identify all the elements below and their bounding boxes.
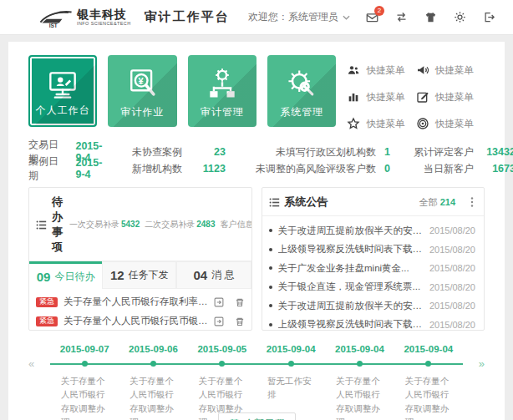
stats-summary: 交易日期2015-9-4 案例日期2015-9-4 未协查案例23 新增机构数1… <box>28 144 485 177</box>
settings-button[interactable] <box>452 10 467 25</box>
timeline-dot-icon <box>288 361 294 367</box>
welcome-text: 欢迎您：系统管理员 <box>248 10 338 24</box>
stat-label: 新增机构数 <box>132 162 184 176</box>
audit-search-icon: ¥ <box>108 65 176 102</box>
mail-badge: 2 <box>374 6 384 16</box>
company-name: 银丰科技 <box>77 8 131 20</box>
stat-label: 当日新客户 <box>412 162 474 176</box>
stat-value: 13432 <box>482 146 513 158</box>
timeline-event[interactable]: 2015-09-04 关于存量个人民币银行存取调整办理。 <box>325 344 394 420</box>
announcements-more-button[interactable] <box>467 197 477 207</box>
stat-value: 1123 <box>192 163 226 175</box>
timeline-dot-icon <box>425 361 431 367</box>
announcement-title[interactable]: 关于改进周五提前放假半天的安排通知... <box>278 225 424 237</box>
timeline-next-button[interactable]: » <box>479 357 485 370</box>
announcement-icon <box>416 63 429 77</box>
stat-group-cases: 未协查案例23 新增机构数1123 <box>132 144 226 177</box>
announcements-title: 系统公告 <box>285 195 328 210</box>
timeline-date: 2015-09-07 <box>50 344 119 358</box>
timeline-event[interactable]: 2015-09-06 关于存量个人民币银行存取调整办理。 <box>119 344 187 420</box>
archive-button[interactable] <box>214 297 224 307</box>
view-all-link[interactable]: 全部 214 <box>419 196 455 209</box>
audit-manage-icon <box>188 65 256 102</box>
trash-icon <box>235 297 245 307</box>
main-panel: 个人工作台 ¥ 审计作业 <box>8 42 505 420</box>
tile-label: 审计管理 <box>201 105 244 119</box>
bullet-icon <box>269 248 272 251</box>
timeline-event[interactable]: 2015-09-04 关于存量个人民币银行存取调整办理。 <box>394 344 463 420</box>
todo-item-title[interactable]: 关于存量个人人民币银行民币银行存取利率调整... <box>63 315 208 327</box>
announcement-title[interactable]: 关于改进周五提前放假半天的安排通知... <box>278 300 424 312</box>
announcement-date: 2015/08/20 <box>429 263 475 273</box>
stat-value: 1 <box>384 146 390 158</box>
todo-item: 紧急 关于存量个人人民币银行民币银行存取利率调整... <box>36 311 245 331</box>
timeline-date: 2015-09-06 <box>119 344 187 358</box>
announcement-title[interactable]: 上级领导视察反洗钱时间表下载链接... <box>278 318 424 331</box>
quick-menu-item-report[interactable]: 快捷菜单 <box>347 90 415 104</box>
gear-icon <box>454 11 466 23</box>
delete-button[interactable] <box>235 297 245 307</box>
tile-audit-work[interactable]: ¥ 审计作业 <box>108 55 176 127</box>
quick-menu-label: 快捷菜单 <box>435 118 474 130</box>
announcement-title[interactable]: 关于广发金业务挂盘mini黄金... <box>278 262 424 275</box>
announcements-header: 系统公告 全部 214 <box>262 188 485 216</box>
announcement-item: 关于广发金业务挂盘mini黄金...2015/08/20 <box>269 259 476 278</box>
page-title: 审计工作平台 <box>145 9 230 25</box>
timeline-prev-button[interactable]: « <box>28 357 34 370</box>
announcement-item: 上级领导视察反洗钱时间表下载链接...2015/08/20 <box>269 240 476 260</box>
delete-button[interactable] <box>235 316 245 326</box>
quick-menu-item-target[interactable]: 快捷菜单 <box>416 117 485 130</box>
stat-label: 案例日期 <box>28 154 67 183</box>
todo-panel: 待办事项 一次交易补录5432 二次交易补录2483 客户信息补录86 09 今… <box>28 187 252 331</box>
quick-menu-item-favorites[interactable]: 快捷菜单 <box>347 117 415 130</box>
user-menu[interactable]: 欢迎您：系统管理员 <box>248 10 350 24</box>
timeline-event[interactable]: 2015-09-04 暂无工作安排 <box>256 344 325 420</box>
timeline-dot-icon <box>219 361 225 367</box>
archive-button[interactable] <box>214 316 224 326</box>
stat-label: 未调整的高风险评级客户数 <box>251 162 376 176</box>
timeline-event[interactable]: 2015-09-07 关于存量个人民币银行存取调整办理。 <box>50 344 119 420</box>
quick-menu-label: 快捷菜单 <box>366 91 404 104</box>
announcement-date: 2015/08/20 <box>429 282 475 292</box>
timeline-text: 关于存量个人民币银行存取调整办理。 <box>188 374 256 420</box>
bullet-icon <box>269 266 272 270</box>
logout-icon <box>483 11 495 23</box>
switch-button[interactable] <box>394 10 409 25</box>
todo-list: 紧急 关于存量个人民币银行存取利率调整... 紧急 关于存量个人人民币银行民币银… <box>29 289 251 331</box>
logout-button[interactable] <box>481 10 496 25</box>
quick-menu-item-announce[interactable]: 快捷菜单 <box>416 63 485 77</box>
stat-value: 23 <box>192 146 226 158</box>
announcement-title[interactable]: 上级领导视察反洗钱时间表下载链接... <box>278 243 424 256</box>
stat-group-customers: 累计评定客户13432 当日新客户1673 <box>412 144 513 177</box>
svg-text:¥: ¥ <box>138 76 144 86</box>
tile-personal-workspace[interactable]: 个人工作台 <box>28 55 97 127</box>
schedule-timeline: « 2015-09-07 关于存量个人民币银行存取调整办理。 2015-09-0… <box>28 344 485 411</box>
module-tiles: 个人工作台 ¥ 审计作业 <box>28 55 485 130</box>
tile-audit-manage[interactable]: 审计管理 <box>188 55 256 127</box>
messages-button[interactable]: 2 <box>364 10 379 25</box>
company-subtitle: INFO SCIENCE&TECH <box>77 22 131 27</box>
open-item-icon <box>214 316 224 326</box>
timeline-event[interactable]: 2015-09-05 关于存量个人民币银行存取调整办理。 <box>188 344 256 420</box>
quick-menu-item-users[interactable]: 快捷菜单 <box>347 63 415 77</box>
brand: IST 银丰科技 INFO SCIENCE&TECH 审计工作平台 <box>38 7 230 28</box>
quick-menu-label: 快捷菜单 <box>435 91 474 104</box>
brand-logo-icon: IST <box>38 7 74 28</box>
tab-today-todo[interactable]: 09 今日待办 <box>29 261 102 289</box>
announcement-date: 2015/08/20 <box>429 320 475 330</box>
quick-menu-item-edit[interactable]: 快捷菜单 <box>416 90 485 104</box>
todo-panel-title: 待办事项 <box>52 195 63 255</box>
announcement-title[interactable]: 关于银企直连，现金管理系统票... <box>278 281 424 293</box>
tile-system-manage[interactable]: 系统管理 <box>267 55 336 127</box>
todo-head-stat: 客户信息补录86 <box>221 219 252 230</box>
bullet-icon <box>269 286 272 289</box>
tab-task-dispatch[interactable]: 12 任务下发 <box>102 261 176 289</box>
apps-button[interactable] <box>423 10 438 25</box>
stat-label: 累计评定客户 <box>412 145 474 159</box>
quick-menu-label: 快捷菜单 <box>366 118 404 130</box>
tab-messages[interactable]: 04 消 息 <box>176 261 251 289</box>
todo-panel-header: 待办事项 一次交易补录5432 二次交易补录2483 客户信息补录86 <box>29 188 251 261</box>
timeline-events: 2015-09-07 关于存量个人民币银行存取调整办理。 2015-09-06 … <box>50 344 463 420</box>
workstation-icon <box>30 67 95 104</box>
todo-item-title[interactable]: 关于存量个人民币银行存取利率调整... <box>63 296 208 308</box>
